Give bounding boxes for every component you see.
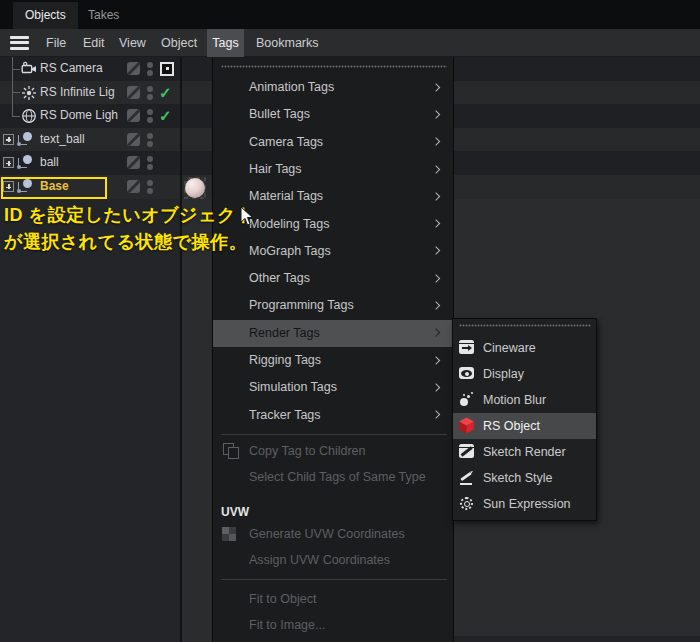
menu-item-generate-uvw: Generate UVW Coordinates [213,521,453,547]
object-row-rs-infinite-light[interactable]: RS Infinite Lig ✓ [0,81,181,105]
menu-item-fit-to-object: Fit to Object [213,586,453,612]
sketch-style-pencil-icon [458,469,475,486]
edit-pencil-icon[interactable] [127,62,140,75]
editor-visibility-dot[interactable] [147,180,153,186]
editor-visibility-dot[interactable] [147,156,153,162]
menu-item-other-tags[interactable]: Other Tags [213,265,453,292]
expand-plus-icon[interactable] [3,157,14,168]
menu-bookmarks[interactable]: Bookmarks [256,29,319,57]
object-list-empty-area [0,199,181,642]
menu-item-camera-tags[interactable]: Camera Tags [213,129,453,156]
submenu-item-sketch-render[interactable]: Sketch Render [453,439,596,465]
display-eye-icon [458,365,475,382]
edit-pencil-icon[interactable] [127,86,140,99]
tags-dropdown-menu: Animation Tags Bullet Tags Camera Tags H… [212,57,454,642]
camera-icon [21,61,37,77]
submenu-item-rs-object[interactable]: RS Object [453,413,596,439]
menu-item-programming-tags[interactable]: Programming Tags [213,292,453,319]
object-name[interactable]: ball [40,151,59,175]
hamburger-menu-icon[interactable] [10,36,29,50]
tear-off-handle[interactable] [221,64,447,69]
menu-separator [221,579,447,580]
menu-item-mograph-tags[interactable]: MoGraph Tags [213,238,453,265]
object-name[interactable]: RS Infinite Lig [40,81,115,105]
menu-item-render-tags[interactable]: Render Tags [213,320,453,347]
submenu-chevron-icon [432,110,440,118]
object-row-ball[interactable]: ball [0,151,181,175]
sun-expression-gear-icon [458,495,475,512]
dome-light-icon [21,108,37,124]
submenu-chevron-icon [432,301,440,309]
menu-file[interactable]: File [46,29,66,57]
submenu-chevron-icon [432,356,440,364]
render-visibility-dot[interactable] [147,70,153,76]
object-name[interactable]: RS Dome Ligh [40,104,118,128]
menu-edit[interactable]: Edit [83,29,105,57]
submenu-chevron-icon [432,247,440,255]
render-visibility-dot[interactable] [147,188,153,194]
infinite-light-icon [21,85,37,101]
submenu-chevron-icon [432,383,440,391]
submenu-item-display[interactable]: Display [453,361,596,387]
submenu-chevron-icon [432,192,440,200]
menu-item-hair-tags[interactable]: Hair Tags [213,156,453,183]
render-visibility-dot[interactable] [147,94,153,100]
material-sphere-thumbnail[interactable] [184,177,206,199]
selection-highlight-box [1,177,107,199]
tab-objects[interactable]: Objects [13,2,78,29]
object-row-rs-camera[interactable]: RS Camera [0,57,181,81]
menu-item-rigging-tags[interactable]: Rigging Tags [213,347,453,374]
submenu-item-sketch-style[interactable]: Sketch Style [453,465,596,491]
edit-pencil-icon[interactable] [127,109,140,122]
editor-visibility-dot[interactable] [147,62,153,68]
render-visibility-dot[interactable] [147,164,153,170]
cinema4d-object-manager-window: Objects Takes File Edit View Object Tags… [0,0,700,642]
editor-visibility-dot[interactable] [147,86,153,92]
tab-takes[interactable]: Takes [76,2,131,29]
submenu-item-sun-expression[interactable]: Sun Expression [453,491,596,517]
menu-item-tracker-tags[interactable]: Tracker Tags [213,402,453,429]
render-visibility-dot[interactable] [147,117,153,123]
menu-item-animation-tags[interactable]: Animation Tags [213,74,453,101]
render-tags-submenu: Cineware Display Motion Blur [452,318,597,521]
object-name[interactable]: RS Camera [40,57,103,81]
editor-visibility-dot[interactable] [147,133,153,139]
object-row-text-ball[interactable]: text_ball [0,128,181,152]
null-object-icon [17,132,33,148]
annotation-line-2: が選択されてる状態で操作。 [4,230,247,254]
submenu-chevron-icon [432,165,440,173]
submenu-chevron-icon [432,411,440,419]
submenu-chevron-icon [432,329,440,337]
menu-item-simulation-tags[interactable]: Simulation Tags [213,374,453,401]
menu-item-assign-uvw: Assign UVW Coordinates [213,547,453,573]
menu-view[interactable]: View [119,29,146,57]
object-row-rs-dome-light[interactable]: RS Dome Ligh ✓ [0,104,181,128]
object-manager-menubar: File Edit View Object Tags Bookmarks [0,29,700,57]
sketch-render-icon [458,443,475,460]
render-visibility-dot[interactable] [147,141,153,147]
enabled-check-icon[interactable]: ✓ [159,107,172,125]
editor-visibility-dot[interactable] [147,109,153,115]
menu-item-bullet-tags[interactable]: Bullet Tags [213,101,453,128]
submenu-chevron-icon [432,83,440,91]
edit-pencil-icon[interactable] [127,156,140,169]
tear-off-handle[interactable] [459,323,591,328]
menu-object[interactable]: Object [161,29,197,57]
submenu-item-cineware[interactable]: Cineware [453,335,596,361]
null-object-icon [17,155,33,171]
edit-pencil-icon[interactable] [127,180,140,193]
submenu-item-motion-blur[interactable]: Motion Blur [453,387,596,413]
expand-plus-icon[interactable] [3,134,14,145]
object-name[interactable]: text_ball [40,128,85,152]
active-camera-icon[interactable] [160,62,174,76]
menu-tags[interactable]: Tags [207,29,244,57]
submenu-chevron-icon [432,219,440,227]
menu-item-fit-to-image: Fit to Image... [213,612,453,638]
mouse-cursor [240,206,255,227]
copy-tag-icon [223,443,238,458]
cineware-icon [458,339,475,356]
menu-separator [221,434,447,435]
enabled-check-icon[interactable]: ✓ [159,84,172,102]
edit-pencil-icon[interactable] [127,133,140,146]
panel-tab-bar: Objects Takes [0,0,700,29]
